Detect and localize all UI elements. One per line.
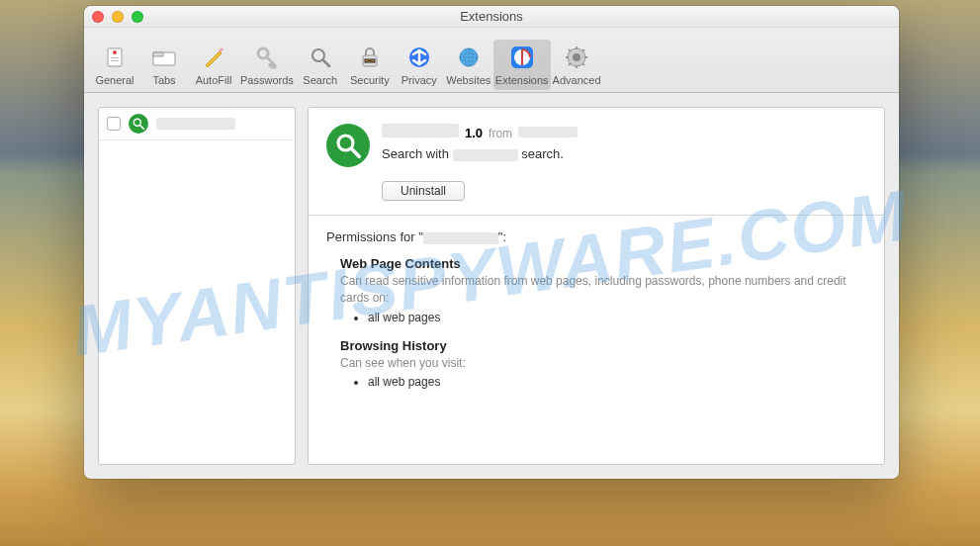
- perm-text: Can read sensitive information from web …: [340, 273, 866, 307]
- window-title: Extensions: [84, 9, 899, 24]
- tabs-icon: [150, 44, 178, 71]
- tab-search[interactable]: Search: [296, 40, 345, 90]
- desc-pre: Search with: [382, 146, 449, 161]
- tab-label: Search: [303, 74, 337, 86]
- tab-extensions[interactable]: Extensions: [493, 40, 551, 90]
- security-icon: [356, 44, 384, 71]
- tab-websites[interactable]: Websites: [444, 40, 493, 90]
- tab-general[interactable]: General: [90, 40, 139, 90]
- perm-list: all web pages: [368, 375, 866, 389]
- desc-post: search.: [521, 146, 564, 161]
- detail-header: 1.0 from Search with search.: [309, 108, 884, 181]
- extension-description: Search with search.: [382, 146, 578, 161]
- uninstall-button[interactable]: Uninstall: [382, 181, 465, 201]
- permissions-section: Permissions for "": Web Page Contents Ca…: [309, 216, 884, 416]
- extension-icon: [129, 114, 148, 134]
- preferences-window: Extensions General Tabs AutoFill Passwor…: [84, 6, 899, 479]
- tab-advanced[interactable]: Advanced: [551, 40, 603, 90]
- perm-text: Can see when you visit:: [340, 355, 866, 372]
- extension-name-redacted: [156, 118, 235, 130]
- perm-browsing-history: Browsing History Can see when you visit:…: [340, 338, 866, 390]
- perm-list-item: all web pages: [368, 375, 866, 389]
- tab-passwords[interactable]: Passwords: [238, 40, 296, 90]
- titlebar: Extensions: [84, 6, 899, 28]
- tab-label: AutoFill: [196, 74, 232, 86]
- tab-label: Extensions: [495, 74, 549, 86]
- search-icon: [307, 44, 334, 71]
- tab-tabs[interactable]: Tabs: [139, 40, 189, 90]
- autofill-icon: [200, 44, 227, 71]
- tab-label: Tabs: [152, 74, 175, 86]
- zoom-button[interactable]: [132, 11, 143, 23]
- perm-list-item: all web pages: [368, 311, 866, 324]
- close-button[interactable]: [92, 11, 104, 23]
- traffic-lights: [92, 11, 143, 23]
- detail-title-line: 1.0 from: [382, 124, 578, 140]
- extensions-sidebar: [98, 107, 296, 465]
- tab-label: Advanced: [553, 74, 601, 86]
- desc-redacted: [453, 149, 518, 161]
- tab-label: Websites: [446, 74, 490, 86]
- tab-autofill[interactable]: AutoFill: [189, 40, 238, 90]
- extension-enable-checkbox[interactable]: [107, 117, 121, 131]
- extension-version: 1.0: [465, 126, 483, 140]
- extension-list-item[interactable]: [99, 108, 295, 140]
- perm-title-pre: Permissions for ": [326, 229, 423, 244]
- svg-rect-2: [111, 57, 119, 58]
- content-area: 1.0 from Search with search. Uninstall: [84, 93, 899, 479]
- tab-label: General: [95, 74, 134, 86]
- uninstall-row: Uninstall: [309, 181, 884, 215]
- svg-rect-5: [153, 52, 163, 56]
- advanced-icon: [563, 44, 590, 71]
- tab-label: Security: [350, 74, 390, 86]
- permissions-title: Permissions for "":: [326, 229, 866, 244]
- svg-rect-3: [111, 60, 119, 61]
- svg-point-18: [573, 53, 580, 61]
- passwords-icon: [253, 44, 281, 71]
- svg-point-1: [113, 50, 117, 54]
- perm-web-page-contents: Web Page Contents Can read sensitive inf…: [340, 256, 866, 324]
- websites-icon: [455, 44, 483, 71]
- perm-title-post: ":: [498, 229, 506, 244]
- perm-list: all web pages: [368, 311, 866, 324]
- extension-author-redacted: [518, 127, 578, 137]
- minimize-button[interactable]: [112, 11, 124, 23]
- tab-label: Passwords: [240, 74, 294, 86]
- tab-privacy[interactable]: Privacy: [395, 40, 444, 90]
- extensions-icon: [508, 44, 536, 71]
- tab-security[interactable]: Security: [345, 40, 395, 90]
- detail-text: 1.0 from Search with search.: [382, 124, 578, 161]
- perm-heading: Web Page Contents: [340, 256, 866, 271]
- general-icon: [101, 44, 129, 71]
- extension-title-redacted: [382, 124, 459, 137]
- extension-icon-large: [326, 124, 370, 167]
- perm-title-redacted: [423, 232, 498, 244]
- privacy-icon: [405, 44, 433, 71]
- from-label: from: [489, 127, 512, 140]
- perm-heading: Browsing History: [340, 338, 866, 353]
- extension-detail-pane: 1.0 from Search with search. Uninstall: [308, 107, 885, 465]
- preferences-toolbar: General Tabs AutoFill Passwords Search: [84, 28, 899, 93]
- tab-label: Privacy: [401, 74, 437, 86]
